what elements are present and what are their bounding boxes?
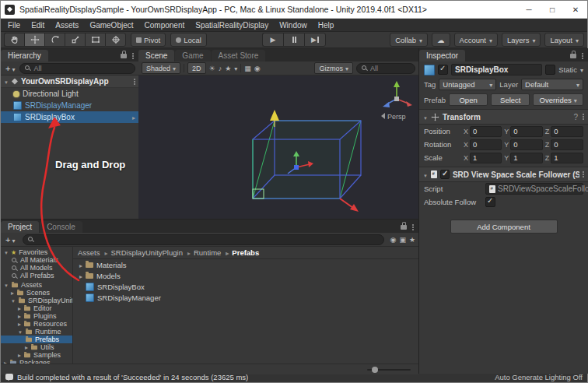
project-search-input[interactable] — [23, 234, 383, 245]
add-component-button[interactable]: Add Component — [450, 220, 558, 234]
account-dropdown[interactable]: Account — [454, 33, 498, 47]
layout-dropdown[interactable]: Layout — [544, 33, 584, 47]
persp-label[interactable]: Persp — [387, 113, 406, 121]
component-menu-icon[interactable] — [583, 116, 584, 118]
absolute-follow-checkbox[interactable] — [485, 197, 495, 207]
foldout-open-icon[interactable] — [423, 113, 428, 121]
file-item-srdisplaybox[interactable]: SRDisplayBox — [73, 281, 418, 292]
menu-file[interactable]: File — [2, 21, 26, 30]
lighting-status[interactable]: Auto Generate Lighting Off — [495, 373, 583, 381]
chevron-down-icon[interactable] — [234, 64, 237, 72]
tree-item-runtime[interactable]: Runtime — [1, 328, 72, 336]
layer-dropdown[interactable]: Default — [521, 79, 583, 90]
script-field[interactable]: SRDViewSpaceScaleFollo — [485, 183, 583, 195]
foldout-closed-icon[interactable] — [25, 343, 28, 351]
favorite-all-models[interactable]: All Models — [1, 264, 72, 272]
create-object-button[interactable]: + — [4, 64, 16, 73]
prefab-select-button[interactable]: Select — [491, 93, 530, 106]
tree-item-srdisplayunit[interactable]: SRDisplayUnit — [1, 297, 72, 304]
tree-item-resources[interactable]: Resources — [1, 320, 72, 328]
favorites-header[interactable]: ★Favorites — [1, 248, 72, 256]
hierarchy-item-srdisplaybox[interactable]: SRDisplayBox — [1, 111, 138, 123]
scale-tool-button[interactable] — [65, 33, 85, 47]
layers-dropdown[interactable]: Layers — [502, 33, 541, 47]
menu-assets[interactable]: Assets — [50, 21, 84, 30]
tab-asset-store[interactable]: Asset Store — [212, 50, 266, 61]
menu-component[interactable]: Component — [139, 21, 191, 30]
favorite-all-materials[interactable]: All Materials — [1, 256, 72, 264]
foldout-open-icon[interactable] — [423, 170, 428, 179]
hand-tool-button[interactable] — [4, 33, 24, 47]
scene-menu-icon[interactable] — [134, 81, 135, 83]
menu-gameobject[interactable]: GameObject — [84, 21, 138, 30]
panel-menu-icon[interactable] — [582, 55, 583, 57]
foldout-open-icon[interactable] — [18, 328, 23, 336]
maximize-button[interactable]: □ — [541, 1, 564, 18]
transform-component-header[interactable]: Transform ? — [419, 109, 588, 125]
cloud-button[interactable]: ☁ — [432, 33, 450, 47]
tab-scene[interactable]: Scene — [138, 50, 174, 61]
foldout-closed-icon[interactable] — [79, 272, 82, 280]
panel-menu-icon[interactable] — [412, 227, 414, 228]
prefab-overrides-button[interactable]: Overrides — [533, 93, 583, 106]
prefab-expand-icon[interactable] — [132, 113, 135, 121]
rotation-x-field[interactable]: 0 — [470, 139, 502, 150]
menu-edit[interactable]: Edit — [26, 21, 50, 30]
local-toggle[interactable]: Local — [170, 33, 207, 47]
scale-y-field[interactable]: 1 — [510, 153, 542, 163]
hierarchy-scene-row[interactable]: YourOwnSRDisplayApp — [1, 76, 138, 88]
breadcrumb-runtime[interactable]: Runtime — [184, 248, 221, 257]
thumbnail-size-slider[interactable] — [367, 369, 411, 371]
file-item-models[interactable]: Models — [73, 270, 418, 281]
rotate-tool-button[interactable] — [44, 33, 65, 47]
tree-item-plugins[interactable]: Plugins — [1, 312, 72, 320]
breadcrumb-srdisplayunityplugin[interactable]: SRDisplayUnityPlugin — [102, 248, 183, 257]
object-name-field[interactable]: SRDisplayBox — [451, 64, 542, 76]
scene-visibility-icon[interactable]: ◉ — [254, 65, 261, 72]
search-by-type-icon[interactable]: ◉ — [390, 236, 397, 244]
tab-game[interactable]: Game — [175, 50, 210, 61]
scene-search-input[interactable]: All — [356, 63, 415, 74]
help-icon[interactable]: ? — [573, 113, 578, 121]
gizmos-dropdown[interactable]: Gizmos — [314, 62, 353, 74]
position-y-field[interactable]: 0 — [510, 126, 542, 137]
foldout-closed-icon[interactable] — [18, 304, 21, 312]
tag-dropdown[interactable]: Untagged — [439, 79, 496, 90]
position-x-field[interactable]: 0 — [470, 126, 502, 137]
component-enabled-checkbox[interactable] — [440, 170, 450, 179]
minimize-button[interactable]: ─ — [517, 1, 541, 18]
component-menu-icon[interactable] — [583, 174, 584, 175]
lock-icon[interactable] — [121, 54, 127, 58]
draw-mode-dropdown[interactable]: Shaded — [142, 62, 180, 74]
scale-z-field[interactable]: 1 — [551, 153, 583, 163]
rotation-y-field[interactable]: 0 — [510, 139, 542, 150]
hierarchy-search-input[interactable]: All — [19, 63, 135, 74]
scale-x-field[interactable]: 1 — [470, 153, 502, 163]
favorite-all-prefabs[interactable]: All Prefabs — [1, 272, 72, 279]
file-item-srdisplaymanager[interactable]: SRDisplayManager — [73, 292, 418, 303]
pivot-toggle[interactable]: Pivot — [131, 33, 166, 47]
foldout-closed-icon[interactable] — [79, 261, 82, 269]
tree-item-prefabs[interactable]: Prefabs — [1, 336, 72, 343]
foldout-open-icon[interactable] — [4, 248, 9, 256]
menu-window[interactable]: Window — [274, 21, 313, 30]
position-z-field[interactable]: 0 — [551, 126, 583, 137]
2d-toggle[interactable]: 2D — [187, 62, 206, 74]
scene-viewport[interactable]: Persp — [138, 76, 418, 219]
step-button[interactable]: ▶ — [304, 33, 326, 47]
tab-console[interactable]: Console — [40, 221, 82, 233]
foldout-open-icon[interactable] — [4, 77, 9, 86]
create-asset-button[interactable]: + — [4, 235, 16, 244]
tree-item-utils[interactable]: Utils — [1, 343, 72, 351]
tree-item-samples[interactable]: Samples — [1, 351, 72, 359]
menu-help[interactable]: Help — [313, 21, 340, 30]
breadcrumb-prefabs[interactable]: Prefabs — [222, 248, 259, 257]
close-button[interactable]: ✕ — [564, 1, 587, 18]
tree-item-editor[interactable]: Editor — [1, 304, 72, 312]
transform-tool-button[interactable] — [105, 33, 126, 47]
search-by-label-icon[interactable]: ▣ — [399, 236, 406, 244]
foldout-closed-icon[interactable] — [18, 351, 21, 359]
foldout-open-icon[interactable] — [11, 297, 16, 304]
foldout-open-icon[interactable] — [4, 281, 9, 289]
pause-button[interactable] — [283, 33, 304, 47]
